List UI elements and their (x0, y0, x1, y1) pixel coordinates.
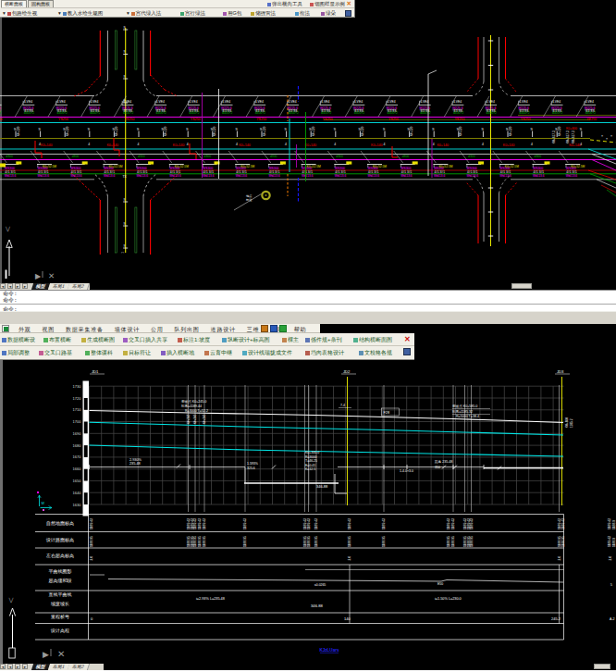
svg-text:YS250: YS250 (58, 118, 68, 121)
svg-text:✕: ✕ (57, 649, 65, 659)
svg-text:K0+52.5M: K0+52.5M (438, 165, 452, 168)
svg-text:K0+860: K0+860 (565, 417, 569, 428)
svg-text:YS250: YS250 (388, 118, 399, 121)
svg-text:W链13.6: W链13.6 (467, 174, 479, 178)
svg-text:4.VE4: 4.VE4 (123, 100, 131, 104)
svg-text:d300: d300 (270, 155, 277, 158)
svg-text:KJzLUars: KJzLUars (319, 648, 339, 653)
svg-text:K0+120: K0+120 (213, 126, 216, 136)
svg-text:4.VE4: 4.VE4 (288, 100, 296, 104)
svg-text:d400×2: d400×2 (552, 111, 563, 115)
svg-text:9: 9 (39, 127, 42, 131)
svg-text:R=3000: R=3000 (305, 455, 316, 459)
svg-text:1640: 1640 (73, 491, 82, 495)
svg-text:d300: d300 (204, 155, 212, 158)
svg-text:d400×2: d400×2 (156, 111, 167, 115)
svg-text:W链13.6: W链13.6 (38, 174, 50, 178)
svg-text:K0+617.3: K0+617.3 (566, 131, 570, 143)
svg-text:4: 4 (88, 143, 90, 146)
svg-text:d400×2: d400×2 (189, 111, 200, 115)
svg-text:W链13.6: W链13.6 (434, 174, 446, 178)
svg-text:9: 9 (481, 127, 484, 131)
svg-text:4: 4 (531, 143, 533, 146)
svg-text:1188.95: 1188.95 (203, 536, 206, 547)
svg-text:1189.43: 1189.43 (314, 518, 318, 529)
svg-text:×: × (610, 134, 612, 138)
svg-text:⋁: ⋁ (8, 597, 14, 604)
svg-text:YS250: YS250 (323, 118, 333, 121)
svg-text:1710: 1710 (73, 407, 82, 412)
svg-text:K0+120: K0+120 (66, 126, 69, 136)
svg-text:245.2: 245.2 (551, 616, 561, 621)
svg-text:E=0.41: E=0.41 (305, 464, 315, 467)
svg-text:距离 235.48: 距离 235.48 (435, 459, 452, 464)
svg-text:9: 9 (285, 127, 288, 131)
svg-text:d400×2: d400×2 (24, 111, 35, 115)
svg-text:1188.95: 1188.95 (307, 536, 311, 547)
svg-text:K0+140: K0+140 (569, 143, 581, 147)
svg-text:1189.43: 1189.43 (90, 518, 93, 529)
svg-text:d400×2: d400×2 (388, 111, 399, 115)
svg-text:K0+120: K0+120 (115, 126, 118, 136)
svg-text:d300: d300 (72, 155, 80, 158)
svg-text:K0+140: K0+140 (239, 143, 251, 147)
svg-text:2.0: 2.0 (558, 556, 561, 561)
svg-text:TX: TX (123, 175, 128, 179)
svg-text:4: 4 (187, 143, 189, 146)
svg-text:4.VE4: 4.VE4 (321, 100, 329, 104)
svg-text:K0+52.5M: K0+52.5M (43, 165, 56, 168)
svg-text:4: 4 (433, 143, 435, 146)
svg-text:K0+52.5M: K0+52.5M (505, 165, 519, 168)
svg-text:W链13.6: W链13.6 (368, 174, 380, 178)
svg-text:K0+52.5M: K0+52.5M (175, 165, 189, 168)
svg-text:1189.43: 1189.43 (451, 518, 455, 529)
svg-text:A-2: A-2 (610, 617, 615, 621)
svg-text:d400×2: d400×2 (0, 111, 2, 115)
svg-text:T=46.25: T=46.25 (305, 459, 317, 463)
svg-text:1189.43: 1189.43 (470, 518, 474, 529)
svg-text:1188.95: 1188.95 (382, 536, 386, 547)
svg-text:设计路面标高: 设计路面标高 (45, 537, 74, 543)
svg-text:1188.9: 1188.9 (612, 538, 616, 547)
svg-text:自然地面标高: 自然地面标高 (46, 520, 74, 527)
svg-text:K0+52.5M: K0+52.5M (307, 165, 321, 168)
svg-text:4.VE4: 4.VE4 (585, 100, 594, 104)
svg-text:YS250: YS250 (256, 118, 266, 121)
svg-text:d300: d300 (468, 155, 475, 158)
svg-text:1189.43: 1189.43 (608, 518, 611, 529)
svg-text:K0+245: K0+245 (203, 414, 206, 424)
svg-text:W链13.6: W链13.6 (70, 174, 82, 178)
svg-text:1660: 1660 (73, 467, 82, 471)
svg-text:d300: d300 (6, 155, 13, 158)
svg-text:1188.95: 1188.95 (193, 536, 197, 547)
svg-text:K0+140: K0+140 (437, 143, 449, 147)
svg-text:K0+52.5M: K0+52.5M (108, 165, 122, 168)
svg-text:1630: 1630 (73, 503, 82, 507)
svg-text:1189.43: 1189.43 (348, 518, 351, 529)
svg-text:K=12.5: K=12.5 (305, 467, 315, 471)
svg-text:4.VE4: 4.VE4 (388, 100, 396, 104)
svg-text:W: W (42, 502, 45, 505)
svg-text:9: 9 (124, 50, 126, 54)
svg-text:K0+52.5M: K0+52.5M (571, 165, 585, 168)
svg-text:1680: 1680 (73, 443, 82, 448)
svg-text:1670: 1670 (73, 454, 82, 459)
svg-text:4.VE4: 4.VE4 (420, 100, 428, 104)
svg-text:4: 4 (138, 143, 140, 146)
svg-text:4.VE4: 4.VE4 (24, 100, 32, 104)
svg-text:1185.2: 1185.2 (570, 418, 573, 428)
svg-text:4.VE4: 4.VE4 (222, 100, 230, 104)
svg-text:⋁: ⋁ (5, 226, 10, 232)
svg-text:d400×2: d400×2 (420, 111, 431, 115)
svg-text:1188.95: 1188.95 (314, 536, 318, 547)
svg-text:235.48: 235.48 (129, 462, 141, 466)
svg-text:E50: E50 (437, 582, 443, 586)
svg-text:1720: 1720 (73, 396, 82, 401)
svg-text:i=1.50% L=230.0: i=1.50% L=230.0 (435, 597, 462, 601)
svg-text:W链13.6: W链13.6 (400, 174, 413, 178)
svg-text:W链13.6: W链13.6 (302, 174, 314, 178)
svg-text:K0+140: K0+140 (371, 143, 383, 147)
svg-text:K0+245: K0+245 (193, 414, 197, 424)
svg-text:YS250: YS250 (454, 118, 464, 121)
svg-text:1188.95: 1188.95 (447, 536, 450, 547)
